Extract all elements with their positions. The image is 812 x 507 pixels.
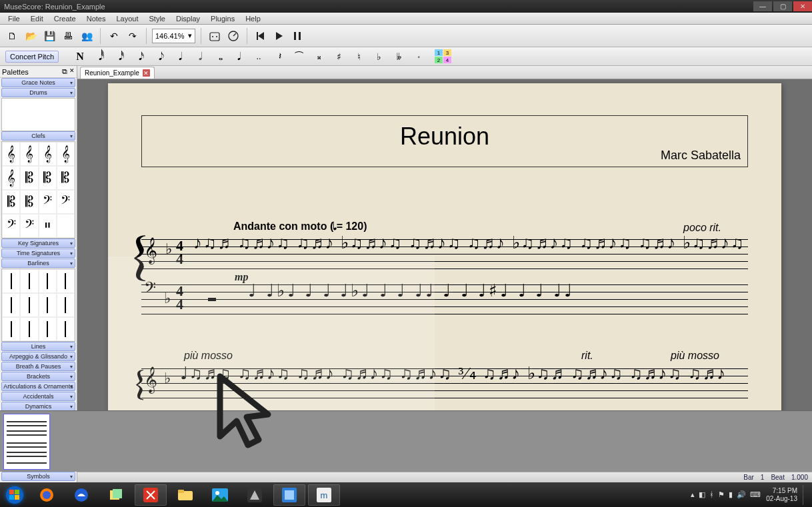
palette-arpeggio[interactable]: Arpeggio & Glissando▾ [1,352,75,361]
taskbar-notes-icon[interactable] [100,484,132,506]
clef-treble15-icon[interactable]: 𝄞 [39,142,57,166]
taskbar-firefox-icon[interactable] [31,484,63,506]
palette-key-signatures[interactable]: Key Signatures▾ [1,239,75,248]
taskbar-app1-icon[interactable] [135,484,167,506]
clef-tenor-icon[interactable]: 𝄡 [39,166,57,190]
tray-lang-icon[interactable]: ⌨ [750,490,761,499]
redo-icon[interactable]: ↷ [125,28,141,44]
new-icon[interactable]: 🗋 [4,28,20,44]
direction-rit[interactable]: rit. [581,350,593,362]
zoom-select[interactable]: 146.41%▾ [152,29,195,43]
score-composer[interactable]: Marc Sabatella [661,149,741,163]
palette-dynamics[interactable]: Dynamics▾ [1,402,75,411]
midi-icon[interactable] [207,28,223,44]
note-8th-icon[interactable]: 𝅘𝅥𝅮 [151,49,167,65]
palette-time-signatures[interactable]: Time Signatures▾ [1,249,75,258]
print-icon[interactable]: 🖶 [60,28,76,44]
note-32nd-icon[interactable]: 𝅘𝅥𝅰 [111,49,127,65]
note-dot-icon[interactable]: 𝅘𝅥. [231,49,247,65]
show-desktop-button[interactable] [803,485,808,505]
clef-treble-icon[interactable]: 𝄞 [2,142,20,166]
palette-symbols[interactable]: Symbols▾ [1,472,75,481]
barline-normal-icon[interactable] [2,269,20,293]
clef-bass-icon[interactable]: 𝄢 [39,190,57,214]
menu-file[interactable]: File [3,15,25,23]
palette-brackets[interactable]: Brackets▾ [1,372,75,381]
note-16th-icon[interactable]: 𝅘𝅥𝅯 [131,49,147,65]
start-button[interactable] [0,482,29,507]
menu-layout[interactable]: Layout [111,15,143,23]
note-entry-button[interactable]: N [73,51,87,63]
tray-power-icon[interactable]: ◧ [699,490,705,499]
palette-lines[interactable]: Lines▾ [1,342,75,351]
metronome-icon[interactable] [225,28,241,44]
taskbar-clock[interactable]: 7:15 PM 02-Aug-13 [766,487,797,503]
voice-3-button[interactable]: 3 [443,49,451,56]
minimize-button[interactable]: — [753,1,772,11]
voice-1-button[interactable]: 1 [435,49,443,56]
palette-accidentals[interactable]: Accidentals▾ [1,392,75,401]
natural-icon[interactable]: ♮ [351,49,367,65]
clef-alto4-icon[interactable]: 𝄡 [20,190,38,214]
loop-icon[interactable] [290,28,306,44]
voice-2-button[interactable]: 2 [435,57,443,63]
open-icon[interactable]: 📂 [23,28,39,44]
taskbar-explorer-icon[interactable] [169,484,201,506]
clef-treble8a-icon[interactable]: 𝄞 [57,142,75,166]
note-doubledot-icon[interactable]: .. [251,49,267,65]
flat-icon[interactable]: ♭ [371,49,387,65]
menu-help[interactable]: Help [240,15,266,23]
taskbar-musescore-icon[interactable]: m [308,484,340,506]
concert-pitch-button[interactable]: Concert Pitch [5,51,59,63]
clef-bass15-icon[interactable]: 𝄢 [2,214,20,238]
tray-up-icon[interactable]: ▴ [691,490,695,499]
barline-none-icon[interactable] [57,293,75,317]
menu-style[interactable]: Style [144,15,171,23]
clef-alto3-icon[interactable]: 𝄡 [2,190,20,214]
tab-close-icon[interactable]: ✕ [143,69,150,77]
tab-reunion[interactable]: Reunion_Example ✕ [80,67,155,79]
menu-display[interactable]: Display [171,15,205,23]
clef-alto-icon[interactable]: 𝄡 [20,166,38,190]
people-icon[interactable]: 👥 [79,28,95,44]
clef-treble-alt-icon[interactable]: 𝄞 [2,166,20,190]
navigator-page-1[interactable] [4,414,49,469]
barline-final-icon[interactable] [2,317,20,341]
clef-bass8-icon[interactable]: 𝄢 [57,190,75,214]
palette-grace-notes[interactable]: Grace Notes▾ [1,78,75,87]
clef-bass-alt-icon[interactable]: 𝄢 [20,214,38,238]
taskbar-photos-icon[interactable] [204,484,236,506]
double-flat-icon[interactable]: 𝄫 [391,49,407,65]
clef-alto2-icon[interactable]: 𝄡 [57,166,75,190]
menu-plugins[interactable]: Plugins [205,15,240,23]
tray-network-icon[interactable]: ▮ [729,490,733,499]
note-quarter-icon[interactable]: 𝅘𝅥 [171,49,187,65]
flip-stem-icon[interactable]: 𝆹 [411,49,427,65]
tempo-marking[interactable]: Andante con moto (𝅘𝅥 = 120) [233,221,367,233]
direction-piu-mosso-2[interactable]: più mosso [671,350,719,362]
palette-barlines[interactable]: Barlines▾ [1,258,75,268]
taskbar-thunderbird-icon[interactable] [65,484,97,506]
tie-icon[interactable]: ⁀ [291,49,307,65]
clef-perc-icon[interactable]: 𝄥 [39,214,57,238]
rewind-icon[interactable] [253,28,269,44]
palettes-undock-icon[interactable]: ⧉ [62,67,67,76]
tray-bluetooth-icon[interactable]: ᚼ [709,490,714,499]
barline-double-icon[interactable] [20,269,38,293]
note-whole-icon[interactable]: 𝅝 [211,49,227,65]
clef-treble8-icon[interactable]: 𝄞 [20,142,38,166]
save-icon[interactable]: 💾 [41,28,57,44]
palette-articulations[interactable]: Articulations & Ornaments▾ [1,382,75,391]
maximize-button[interactable]: ▢ [773,1,792,11]
navigator-panel[interactable] [0,410,812,472]
barline-repeat-both-icon[interactable] [39,293,57,317]
title-frame[interactable]: Reunion Marc Sabatella [141,115,748,167]
tray-action-icon[interactable]: ⚑ [718,490,725,499]
palette-drums[interactable]: Drums▾ [1,88,75,97]
play-icon[interactable] [271,28,287,44]
voice-4-button[interactable]: 4 [443,57,451,63]
menu-notes[interactable]: Notes [81,15,111,23]
taskbar-app3-icon[interactable] [273,484,305,506]
palette-clefs[interactable]: Clefs▾ [1,131,75,141]
menu-create[interactable]: Create [49,15,81,23]
